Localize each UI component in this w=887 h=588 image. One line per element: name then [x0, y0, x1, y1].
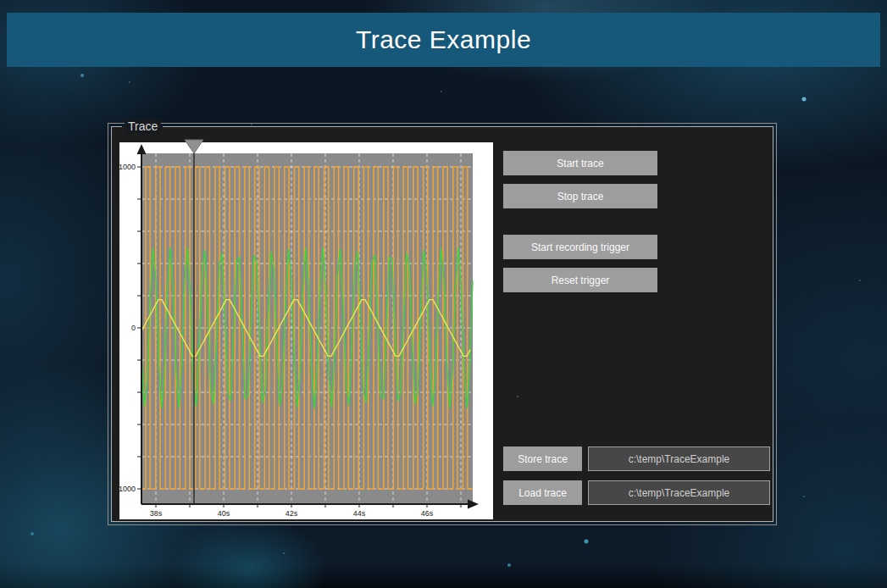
- groupbox-label: Trace: [125, 119, 161, 134]
- trace-plot[interactable]: 10000-100038s40s42s44s46s: [119, 142, 493, 519]
- reset-trigger-button[interactable]: Reset trigger: [503, 268, 657, 292]
- x-axis-arrow-icon: [468, 500, 479, 509]
- title-bar: Trace Example: [7, 13, 880, 67]
- y-axis-tick-label: 1000: [119, 163, 136, 171]
- load-path-field[interactable]: [588, 480, 770, 505]
- background-particles: [0, 0, 2, 2]
- start-recording-trigger-button[interactable]: Start recording trigger: [503, 235, 657, 259]
- x-axis-tick-label: 46s: [421, 509, 434, 518]
- stop-trace-button[interactable]: Stop trace: [503, 184, 657, 208]
- store-path-field[interactable]: [588, 447, 770, 471]
- start-trace-button[interactable]: Start trace: [503, 151, 657, 175]
- y-axis-tick-label: 0: [131, 324, 136, 332]
- trace-chart-panel: 10000-100038s40s42s44s46s: [119, 142, 493, 519]
- x-axis-tick-label: 40s: [218, 509, 230, 518]
- store-trace-button[interactable]: Store trace: [503, 447, 582, 471]
- groupbox-border-segment: [111, 126, 122, 127]
- x-axis-tick-label: 44s: [353, 509, 366, 518]
- app-title: Trace Example: [356, 25, 531, 54]
- app-window: Trace Example Trace 10000-100038s40s42s4…: [0, 0, 887, 588]
- trace-groupbox: Trace 10000-100038s40s42s44s46s Start tr…: [111, 127, 773, 522]
- groupbox-border-segment: [163, 126, 773, 127]
- load-trace-button[interactable]: Load trace: [503, 480, 582, 505]
- y-axis-tick-label: -1000: [116, 485, 136, 493]
- y-axis-arrow-icon: [137, 144, 147, 154]
- x-axis-tick-label: 38s: [150, 509, 163, 518]
- cursor-marker[interactable]: [185, 140, 203, 153]
- x-axis-tick-label: 42s: [286, 509, 298, 518]
